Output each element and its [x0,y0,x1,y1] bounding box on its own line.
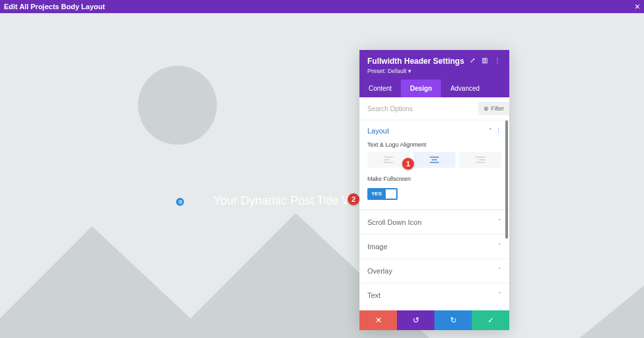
section-scroll-down-icon[interactable]: Scroll Down Icon ˅ [359,210,509,234]
preset-value: Default [388,68,407,74]
section-text[interactable]: Text ˅ [359,283,509,307]
filter-button[interactable]: ⊕ Filter [478,102,509,115]
undo-button[interactable]: ↺ [397,310,434,330]
preset-prefix: Preset: [367,68,386,74]
chevron-down-icon: ˅ [498,267,501,275]
top-bar: Edit All Projects Body Layout × [0,0,644,13]
expand-icon[interactable]: ⤢ [470,57,475,64]
section-overlay[interactable]: Overlay ˅ [359,258,509,283]
panel-footer: ✕ ↺ ↻ ✓ [359,310,509,330]
tab-design[interactable]: Design [401,80,441,97]
annotation-badge-1: 1 [402,158,414,170]
alignment-button-group [367,152,501,168]
scrollbar-thumb[interactable] [505,120,508,239]
dynamic-post-title: Your Dynamic Post Title W [214,194,353,208]
annotation-badge-2: 2 [348,193,359,205]
fullscreen-label: Make Fullscreen [367,176,501,182]
section-image-label: Image [367,243,388,251]
redo-button[interactable]: ↻ [434,310,472,330]
placeholder-mountain-shape [0,141,644,338]
section-image[interactable]: Image ˅ [359,234,509,258]
gear-icon[interactable]: ⚙ [176,198,184,206]
search-input[interactable]: Search Options [367,105,413,112]
kebab-icon[interactable]: ⋮ [494,57,501,64]
align-center-button[interactable] [413,152,455,168]
columns-icon[interactable]: ▥ [482,57,488,64]
editor-canvas: ⚙ Your Dynamic Post Title W 2 [0,13,644,338]
fullscreen-toggle[interactable]: YES [367,188,398,200]
save-button[interactable]: ✓ [472,310,509,330]
align-right-button[interactable] [459,152,501,168]
alignment-label: Text & Logo Alignment [367,141,501,148]
toggle-knob [386,189,396,199]
section-scroll-label: Scroll Down Icon [367,218,422,226]
panel-header: Fullwidth Header Settings Preset: Defaul… [359,50,509,80]
cancel-button[interactable]: ✕ [359,310,397,330]
tab-content[interactable]: Content [359,80,401,97]
section-layout-header[interactable]: Layout ˄ ⋮ [359,120,509,141]
page-title: Edit All Projects Body Layout [4,3,105,11]
panel-preset[interactable]: Preset: Default ▾ [367,68,464,74]
placeholder-circle-shape [138,66,217,145]
search-row: Search Options ⊕ Filter [359,97,509,120]
panel-title: Fullwidth Header Settings [367,57,464,66]
chevron-down-icon: ˅ [498,243,501,251]
filter-icon: ⊕ [484,105,489,112]
toggle-text: YES [371,191,382,197]
chevron-up-icon: ˄ ⋮ [489,128,501,134]
chevron-down-icon: ˅ [498,218,501,226]
tab-advanced[interactable]: Advanced [441,80,488,97]
panel-body: Layout ˄ ⋮ Text & Logo Alignment Make Fu… [359,120,509,310]
tab-bar: Content Design Advanced [359,80,509,97]
close-icon[interactable]: × [635,2,640,11]
filter-label: Filter [491,105,504,112]
section-overlay-label: Overlay [367,267,392,275]
section-text-label: Text [367,291,380,299]
settings-panel: Fullwidth Header Settings Preset: Defaul… [359,50,509,330]
chevron-down-icon: ˅ [498,291,501,299]
section-layout-title: Layout [367,127,389,135]
